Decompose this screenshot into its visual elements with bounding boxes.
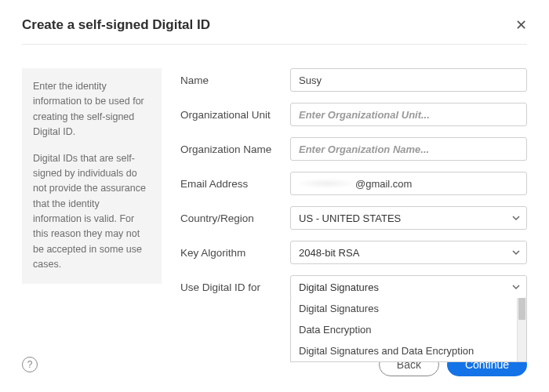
country-value: US - UNITED STATES [299, 212, 401, 224]
key-algorithm-select[interactable]: 2048-bit RSA [290, 241, 527, 264]
label-key-algo: Key Algorithm [180, 247, 290, 259]
label-org-unit: Organizational Unit [180, 109, 290, 121]
label-email: Email Address [180, 178, 290, 190]
country-select[interactable]: US - UNITED STATES [290, 206, 527, 230]
row-country: Country/Region US - UNITED STATES [180, 206, 527, 230]
row-email: Email Address @gmail.com [180, 172, 527, 195]
info-panel: Enter the identity information to be use… [22, 68, 162, 284]
dialog-header: Create a self-signed Digital ID ✕ [22, 17, 527, 45]
dialog-title: Create a self-signed Digital ID [22, 17, 210, 33]
use-for-value: Digital Signatures [299, 281, 379, 293]
row-key-algo: Key Algorithm 2048-bit RSA [180, 241, 527, 264]
scrollbar-thumb[interactable] [518, 298, 525, 320]
dialog: Create a self-signed Digital ID ✕ Enter … [0, 0, 549, 299]
org-name-input[interactable] [290, 137, 527, 161]
key-algo-value: 2048-bit RSA [299, 247, 359, 259]
label-name: Name [180, 74, 290, 86]
row-name: Name [180, 68, 527, 92]
org-unit-input[interactable] [290, 103, 527, 126]
dropdown-option[interactable]: Data Encryption [291, 319, 526, 340]
close-icon[interactable]: ✕ [515, 18, 527, 32]
row-use-for: Use Digital ID for Digital Signatures Di… [180, 275, 527, 299]
email-input[interactable]: @gmail.com [290, 172, 527, 195]
use-for-dropdown: Digital Signatures Data Encryption Digit… [290, 298, 527, 362]
email-suffix: @gmail.com [355, 178, 412, 190]
label-country: Country/Region [180, 212, 290, 224]
label-use-for: Use Digital ID for [180, 281, 290, 293]
name-input[interactable] [290, 68, 527, 92]
email-redacted-part [299, 179, 354, 188]
row-org-name: Organization Name [180, 137, 527, 161]
label-org-name: Organization Name [180, 143, 290, 155]
dropdown-option[interactable]: Digital Signatures [291, 298, 526, 319]
help-icon[interactable]: ? [22, 357, 38, 372]
info-text-2: Digital IDs that are self-signed by indi… [33, 151, 151, 273]
info-text-1: Enter the identity information to be use… [33, 79, 151, 140]
form-panel: Name Organizational Unit Organization Na… [180, 68, 527, 299]
use-for-select[interactable]: Digital Signatures [290, 275, 527, 299]
dialog-body: Enter the identity information to be use… [22, 45, 527, 299]
row-org-unit: Organizational Unit [180, 103, 527, 126]
dropdown-option[interactable]: Digital Signatures and Data Encryption [291, 340, 526, 361]
scrollbar[interactable] [517, 298, 526, 361]
